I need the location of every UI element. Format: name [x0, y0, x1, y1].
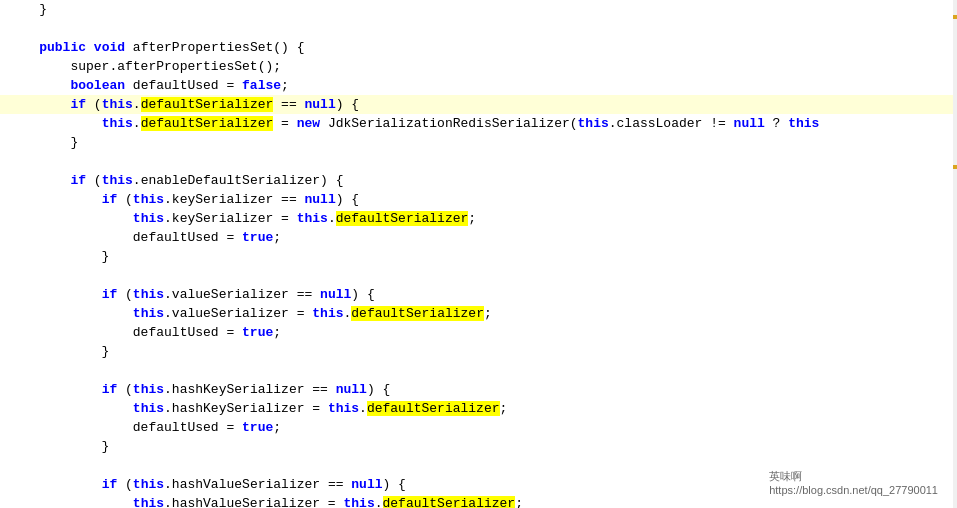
code-line-1: } [0, 0, 957, 19]
keyword-true-3: true [242, 420, 273, 435]
code-line-20 [0, 361, 957, 380]
highlight-defaultSerializer-1: defaultSerializer [141, 97, 274, 112]
accent-mark-2 [953, 165, 957, 169]
keyword-null-6: null [351, 477, 382, 492]
code-line-12: this.keySerializer = this.defaultSeriali… [0, 209, 957, 228]
code-line-21: if (this.hashKeySerializer == null) { [0, 380, 957, 399]
keyword-this-9: this [133, 287, 164, 302]
keyword-this-16: this [133, 496, 164, 508]
code-line-11: if (this.keySerializer == null) { [0, 190, 957, 209]
keyword-this-11: this [312, 306, 343, 321]
watermark-icon: 英味啊 [769, 469, 802, 484]
keyword-this-1: this [102, 97, 133, 112]
keyword-this-10: this [133, 306, 164, 321]
code-line-16: if (this.valueSerializer == null) { [0, 285, 957, 304]
code-line-15 [0, 266, 957, 285]
keyword-true-2: true [242, 325, 273, 340]
code-line-17: this.valueSerializer = this.defaultSeria… [0, 304, 957, 323]
code-line-3: public void afterPropertiesSet() { [0, 38, 957, 57]
keyword-this-6: this [133, 192, 164, 207]
keyword-false: false [242, 78, 281, 93]
accent-mark-1 [953, 15, 957, 19]
keyword-null-2: null [734, 116, 765, 131]
code-line-23: defaultUsed = true; [0, 418, 957, 437]
keyword-null-3: null [305, 192, 336, 207]
keyword-if-2: if [70, 173, 86, 188]
keyword-if-3: if [102, 192, 118, 207]
highlight-defaultSerializer-2: defaultSerializer [141, 116, 274, 131]
code-line-8: } [0, 133, 957, 152]
highlight-defaultSerializer-4: defaultSerializer [351, 306, 484, 321]
code-line-5: boolean defaultUsed = false; [0, 76, 957, 95]
code-line-19: } [0, 342, 957, 361]
keyword-void: void [94, 40, 125, 55]
keyword-this-4: this [788, 116, 819, 131]
keyword-if: if [70, 97, 86, 112]
code-line-14: } [0, 247, 957, 266]
keyword-null-5: null [336, 382, 367, 397]
keyword-null-4: null [320, 287, 351, 302]
keyword-this-17: this [343, 496, 374, 508]
keyword-this-5: this [102, 173, 133, 188]
keyword-this-13: this [133, 401, 164, 416]
keyword-boolean: boolean [70, 78, 125, 93]
keyword-this-12: this [133, 382, 164, 397]
keyword-this-7: this [133, 211, 164, 226]
code-line-9 [0, 152, 957, 171]
code-line-7: this.defaultSerializer = new JdkSerializ… [0, 114, 957, 133]
code-line-6: if (this.defaultSerializer == null) { [0, 95, 957, 114]
highlight-defaultSerializer-3: defaultSerializer [336, 211, 469, 226]
code-line-22: this.hashKeySerializer = this.defaultSer… [0, 399, 957, 418]
keyword-this-3: this [578, 116, 609, 131]
code-line-4: super.afterPropertiesSet(); [0, 57, 957, 76]
keyword-this-15: this [133, 477, 164, 492]
watermark-url: https://blog.csdn.net/qq_27790011 [769, 484, 938, 496]
keyword-this-14: this [328, 401, 359, 416]
code-line-24: } [0, 437, 957, 456]
highlight-defaultSerializer-5: defaultSerializer [367, 401, 500, 416]
highlight-defaultSerializer-6: defaultSerializer [383, 496, 516, 508]
keyword-this-8: this [297, 211, 328, 226]
code-line-13: defaultUsed = true; [0, 228, 957, 247]
scrollbar-accent [953, 0, 957, 508]
keyword-if-4: if [102, 287, 118, 302]
editor-container: } public void afterPropertiesSet() { sup… [0, 0, 957, 508]
watermark: 英味啊 https://blog.csdn.net/qq_27790011 [765, 467, 942, 498]
keyword-this-2: this [102, 116, 133, 131]
code-line-18: defaultUsed = true; [0, 323, 957, 342]
code-line-2 [0, 19, 957, 38]
code-area: } public void afterPropertiesSet() { sup… [0, 0, 957, 508]
keyword-public: public [39, 40, 86, 55]
code-line-10: if (this.enableDefaultSerializer) { [0, 171, 957, 190]
keyword-null-1: null [305, 97, 336, 112]
keyword-new-1: new [297, 116, 320, 131]
keyword-true-1: true [242, 230, 273, 245]
keyword-if-6: if [102, 477, 118, 492]
keyword-if-5: if [102, 382, 118, 397]
